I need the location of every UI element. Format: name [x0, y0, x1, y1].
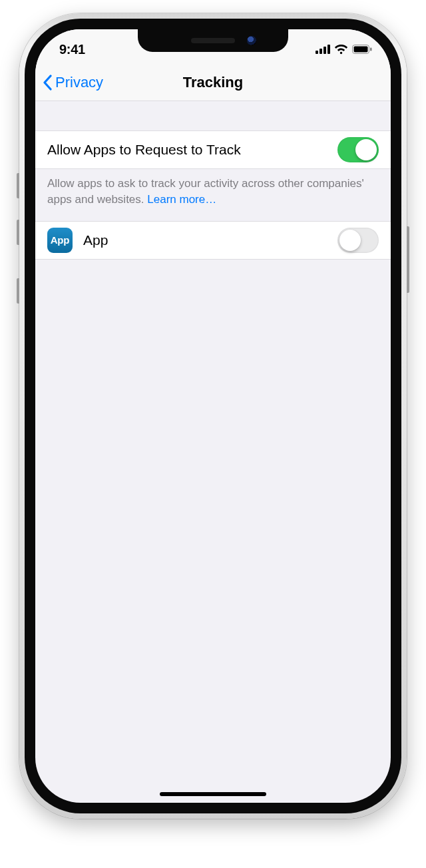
app-icon: App	[47, 228, 73, 253]
app-name-label: App	[83, 232, 337, 248]
svg-rect-1	[320, 49, 322, 54]
toggle-knob-icon	[355, 139, 377, 160]
nav-bar: Privacy Tracking	[35, 64, 391, 101]
speaker-icon	[191, 38, 235, 43]
device-bezel: 9:41	[25, 19, 401, 813]
notch	[138, 29, 288, 52]
wifi-icon	[334, 45, 348, 55]
svg-rect-0	[316, 51, 318, 54]
allow-request-tracking-footer: Allow apps to ask to track your activity…	[35, 169, 391, 221]
app-tracking-toggle[interactable]	[337, 228, 379, 253]
svg-rect-3	[327, 45, 330, 54]
screen: 9:41	[35, 29, 391, 803]
svg-rect-2	[323, 47, 326, 54]
device-frame: 9:41	[19, 13, 407, 819]
status-icons	[316, 45, 372, 55]
home-indicator[interactable]	[160, 792, 266, 796]
back-label: Privacy	[55, 74, 103, 91]
back-button[interactable]: Privacy	[42, 74, 103, 91]
toggle-knob-icon	[339, 230, 361, 251]
svg-rect-5	[354, 47, 368, 53]
app-tracking-row: App App	[35, 221, 391, 260]
front-camera-icon	[247, 36, 256, 45]
battery-icon	[352, 45, 372, 54]
chevron-left-icon	[42, 75, 53, 91]
learn-more-link[interactable]: Learn more…	[147, 193, 216, 206]
allow-request-tracking-toggle[interactable]	[337, 137, 379, 162]
svg-rect-6	[370, 48, 372, 51]
cellular-icon	[316, 45, 330, 54]
allow-request-tracking-label: Allow Apps to Request to Track	[47, 142, 337, 158]
content: Allow Apps to Request to Track Allow app…	[35, 101, 391, 260]
status-time: 9:41	[59, 42, 85, 57]
allow-request-tracking-row: Allow Apps to Request to Track	[35, 130, 391, 169]
